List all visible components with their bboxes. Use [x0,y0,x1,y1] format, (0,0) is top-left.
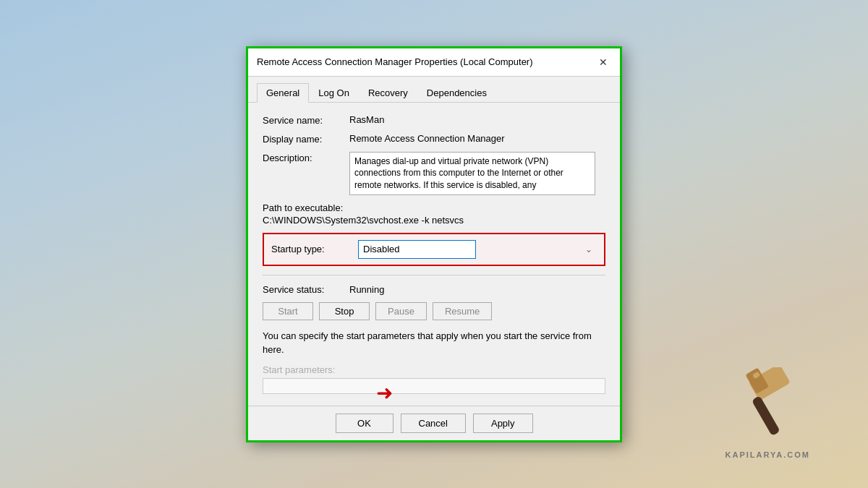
dialog-title: Remote Access Connection Manager Propert… [257,56,533,67]
description-value: Manages dial-up and virtual private netw… [349,152,595,195]
start-params-input[interactable] [263,378,605,394]
startup-type-select[interactable]: Automatic Automatic (Delayed Start) Manu… [358,240,476,259]
tab-recovery[interactable]: Recovery [359,83,417,103]
startup-type-section: Startup type: Automatic Automatic (Delay… [263,233,605,266]
description-label: Description: [263,152,349,163]
watermark-text: KAPILARYA.COM [726,450,810,459]
arrow-decoration: ➜ [376,381,393,405]
startup-type-select-wrapper: Automatic Automatic (Delayed Start) Manu… [358,240,597,259]
service-status-value: Running [349,284,384,295]
svg-rect-2 [752,395,780,436]
dialog-footer: ➜ OK Cancel Apply [248,406,620,440]
info-text: You can specify the start parameters tha… [263,329,605,357]
service-name-label: Service name: [263,114,349,126]
close-button[interactable]: ✕ [595,54,611,70]
display-name-value: Remote Access Connection Manager [349,133,505,144]
path-section: Path to executable: C:\WINDOWS\System32\… [263,202,605,226]
tab-bar: General Log On Recovery Dependencies [248,77,620,103]
dialog-content: Service name: RasMan Display name: Remot… [248,103,620,406]
display-name-row: Display name: Remote Access Connection M… [263,133,605,145]
cancel-button[interactable]: Cancel [401,414,466,433]
ok-button[interactable]: OK [336,414,393,433]
tab-dependencies[interactable]: Dependencies [417,83,496,103]
hammer-decoration: KAPILARYA.COM [726,367,810,459]
tab-logon[interactable]: Log On [309,83,359,103]
display-name-label: Display name: [263,133,349,145]
resume-button[interactable]: Resume [433,302,492,320]
description-row: Description: Manages dial-up and virtual… [263,152,605,195]
start-params-label: Start parameters: [263,364,605,375]
service-status-label: Service status: [263,284,349,295]
service-status-row: Service status: Running [263,284,605,295]
startup-type-label: Startup type: [271,244,358,254]
service-name-row: Service name: RasMan [263,114,605,126]
startup-type-row: Startup type: Automatic Automatic (Delay… [271,240,597,259]
tab-general[interactable]: General [257,83,309,103]
dialog-titlebar: Remote Access Connection Manager Propert… [248,48,620,77]
service-name-value: RasMan [349,114,384,125]
pause-button[interactable]: Pause [375,302,427,320]
properties-dialog: Remote Access Connection Manager Propert… [246,46,622,442]
divider [263,275,605,275]
start-button[interactable]: Start [263,302,313,320]
path-value: C:\WINDOWS\System32\svchost.exe -k netsv… [263,215,605,226]
apply-button[interactable]: Apply [473,414,533,433]
stop-button[interactable]: Stop [319,302,370,320]
path-label: Path to executable: [263,202,605,213]
service-buttons: Start Stop Pause Resume [263,302,605,320]
